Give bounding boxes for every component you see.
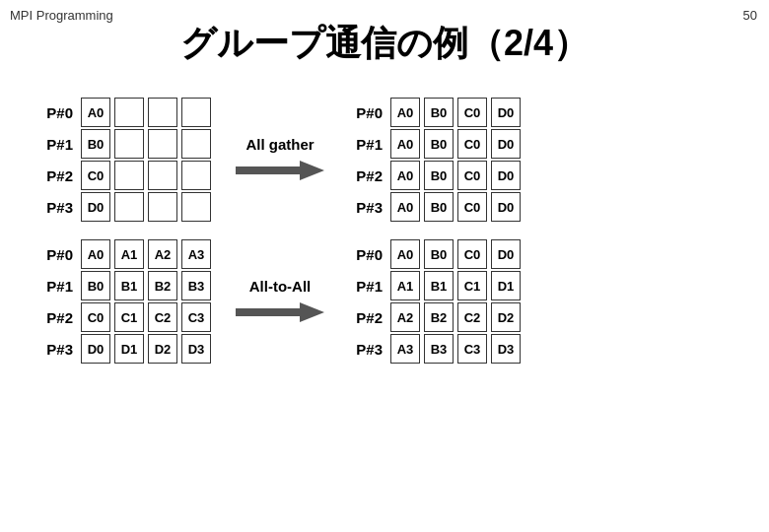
table-cell: A0 bbox=[390, 192, 420, 222]
table-cell bbox=[181, 98, 211, 127]
proc-label: P#3 bbox=[39, 341, 77, 358]
table-cell: B2 bbox=[424, 302, 454, 332]
proc-label: P#3 bbox=[39, 199, 77, 216]
table-cell bbox=[148, 98, 177, 127]
process-row: P#1A0B0C0D0 bbox=[349, 129, 521, 159]
table-cell bbox=[114, 98, 144, 127]
table-cell bbox=[148, 192, 177, 222]
table-cell: B2 bbox=[148, 271, 177, 300]
table-cell: D0 bbox=[491, 129, 521, 159]
proc-label: P#1 bbox=[39, 278, 77, 295]
table-cell: C0 bbox=[457, 161, 487, 190]
table-cell bbox=[181, 192, 211, 222]
process-row: P#1B0 bbox=[39, 129, 211, 159]
table-cell bbox=[148, 161, 177, 190]
table-cell: C3 bbox=[181, 302, 211, 332]
alltoall-right-table: P#0A0B0C0D0P#1A1B1C1D1P#2A2B2C2D2P#3A3B3… bbox=[349, 239, 521, 364]
proc-label: P#0 bbox=[39, 246, 77, 263]
table-cell: D2 bbox=[491, 302, 521, 332]
page-number: 50 bbox=[743, 8, 757, 23]
table-cell: B0 bbox=[424, 192, 454, 222]
table-cell: B1 bbox=[114, 271, 144, 300]
process-row: P#2A2B2C2D2 bbox=[349, 302, 521, 332]
table-cell: C0 bbox=[457, 98, 487, 127]
table-cell: B0 bbox=[424, 161, 454, 190]
table-cell: B0 bbox=[81, 129, 110, 159]
table-cell: C1 bbox=[114, 302, 144, 332]
alltoall-left-table: P#0A0A1A2A3P#1B0B1B2B3P#2C0C1C2C3P#3D0D1… bbox=[39, 239, 211, 364]
proc-label: P#2 bbox=[39, 167, 77, 184]
process-row: P#3A3B3C3D3 bbox=[349, 334, 521, 364]
table-cell: C3 bbox=[457, 334, 487, 364]
table-cell: D0 bbox=[81, 192, 110, 222]
process-row: P#0A0A1A2A3 bbox=[39, 239, 211, 269]
table-cell: C0 bbox=[457, 129, 487, 159]
table-cell: D1 bbox=[114, 334, 144, 364]
alltoall-row: P#0A0A1A2A3P#1B0B1B2B3P#2C0C1C2C3P#3D0D1… bbox=[39, 239, 730, 364]
table-cell: C0 bbox=[457, 239, 487, 269]
table-cell: B0 bbox=[424, 129, 454, 159]
table-cell: A0 bbox=[390, 239, 420, 269]
table-cell: A0 bbox=[81, 239, 110, 269]
proc-label: P#0 bbox=[349, 246, 386, 263]
table-cell bbox=[114, 161, 144, 190]
alltoall-arrow: All-to-All bbox=[231, 278, 329, 326]
table-cell: A1 bbox=[114, 239, 144, 269]
process-row: P#3D0D1D2D3 bbox=[39, 334, 211, 364]
allgather-right-table: P#0A0B0C0D0P#1A0B0C0D0P#2A0B0C0D0P#3A0B0… bbox=[349, 98, 521, 222]
process-row: P#0A0B0C0D0 bbox=[349, 98, 521, 127]
table-cell: B1 bbox=[424, 271, 454, 300]
table-cell: A3 bbox=[181, 239, 211, 269]
process-row: P#1B0B1B2B3 bbox=[39, 271, 211, 300]
allgather-arrow: All gather bbox=[231, 136, 329, 184]
table-cell: D0 bbox=[81, 334, 110, 364]
arrow-shape bbox=[236, 161, 324, 180]
process-row: P#2A0B0C0D0 bbox=[349, 161, 521, 190]
table-cell: A2 bbox=[148, 239, 177, 269]
process-row: P#2C0 bbox=[39, 161, 211, 190]
table-cell: B3 bbox=[424, 334, 454, 364]
table-cell: B0 bbox=[81, 271, 110, 300]
allgather-left-table: P#0A0P#1B0P#2C0P#3D0 bbox=[39, 98, 211, 222]
table-cell: C1 bbox=[457, 271, 487, 300]
table-cell: C0 bbox=[457, 192, 487, 222]
proc-label: P#0 bbox=[349, 104, 386, 121]
process-row: P#0A0 bbox=[39, 98, 211, 127]
table-cell: C0 bbox=[81, 302, 110, 332]
proc-label: P#2 bbox=[39, 309, 77, 326]
table-cell: A1 bbox=[390, 271, 420, 300]
table-cell: A0 bbox=[81, 98, 110, 127]
table-cell: C2 bbox=[457, 302, 487, 332]
table-cell: B0 bbox=[424, 98, 454, 127]
page-title: グループ通信の例（2/4） bbox=[0, 10, 769, 68]
proc-label: P#1 bbox=[349, 278, 386, 295]
table-cell: A0 bbox=[390, 129, 420, 159]
table-cell: D0 bbox=[491, 98, 521, 127]
table-cell bbox=[181, 129, 211, 159]
proc-label: P#2 bbox=[349, 309, 386, 326]
table-cell: A3 bbox=[390, 334, 420, 364]
proc-label: P#3 bbox=[349, 199, 386, 216]
proc-label: P#1 bbox=[349, 136, 386, 153]
alltoall-label: All-to-All bbox=[249, 278, 311, 295]
table-cell: C0 bbox=[81, 161, 110, 190]
process-row: P#2C0C1C2C3 bbox=[39, 302, 211, 332]
allgather-label: All gather bbox=[245, 136, 314, 153]
table-cell: B3 bbox=[181, 271, 211, 300]
table-cell: D3 bbox=[491, 334, 521, 364]
table-cell: A0 bbox=[390, 98, 420, 127]
process-row: P#3A0B0C0D0 bbox=[349, 192, 521, 222]
table-cell: D2 bbox=[148, 334, 177, 364]
header-label: MPI Programming bbox=[10, 8, 113, 23]
table-cell bbox=[148, 129, 177, 159]
process-row: P#0A0B0C0D0 bbox=[349, 239, 521, 269]
table-cell: D0 bbox=[491, 161, 521, 190]
table-cell: A0 bbox=[390, 161, 420, 190]
table-cell: D3 bbox=[181, 334, 211, 364]
table-cell bbox=[181, 161, 211, 190]
allgather-row: P#0A0P#1B0P#2C0P#3D0 All gather P#0A0B0C… bbox=[39, 98, 730, 222]
process-row: P#1A1B1C1D1 bbox=[349, 271, 521, 300]
content-area: P#0A0P#1B0P#2C0P#3D0 All gather P#0A0B0C… bbox=[0, 78, 769, 364]
table-cell bbox=[114, 129, 144, 159]
table-cell: C2 bbox=[148, 302, 177, 332]
